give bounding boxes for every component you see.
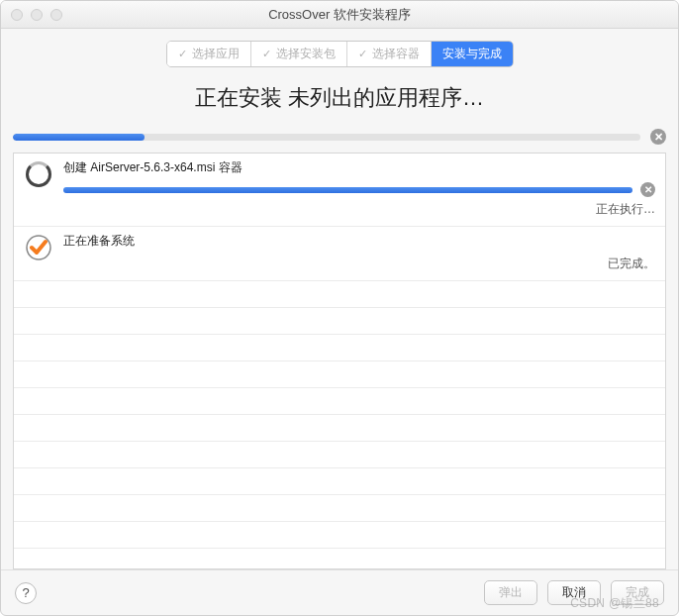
- list-row-empty: [14, 388, 665, 415]
- list-row-empty: [14, 335, 665, 361]
- checkmark-badge-icon: [26, 235, 51, 260]
- task-progress-fill: [63, 187, 632, 193]
- task-title: 创建 AirServer-5.6.3-x64.msi 容器: [63, 159, 655, 176]
- tab-label: 选择安装包: [276, 46, 336, 62]
- overall-progress-bar: [13, 134, 640, 141]
- task-progress-bar: [63, 187, 632, 193]
- check-icon: ✓: [178, 48, 187, 60]
- cancel-button[interactable]: 取消: [547, 580, 601, 605]
- eject-button: 弹出: [484, 580, 537, 605]
- task-row: 创建 AirServer-5.6.3-x64.msi 容器 ✕ 正在执行…: [14, 154, 665, 227]
- tab-label: 选择容器: [372, 46, 420, 62]
- spinner-icon: [26, 161, 51, 187]
- tab-install-finish[interactable]: 安装与完成: [432, 42, 513, 66]
- task-title: 正在准备系统: [63, 233, 655, 250]
- close-window-icon[interactable]: [11, 9, 23, 21]
- page-heading: 正在安装 未列出的应用程序…: [1, 73, 678, 129]
- check-icon: ✓: [262, 48, 271, 60]
- tab-label: 安装与完成: [442, 46, 502, 62]
- done-button: 完成: [611, 580, 664, 605]
- list-row-empty: [14, 522, 665, 549]
- list-row-empty: [14, 442, 665, 468]
- tab-label: 选择应用: [192, 46, 240, 62]
- list-row-empty: [14, 468, 665, 495]
- list-row-empty: [14, 415, 665, 442]
- minimize-window-icon[interactable]: [31, 9, 43, 21]
- list-row-empty: [14, 361, 665, 388]
- help-button[interactable]: ?: [15, 582, 37, 604]
- tab-select-package: ✓选择安装包: [251, 42, 347, 66]
- overall-progress-fill: [13, 134, 145, 141]
- list-row-empty: [14, 308, 665, 335]
- step-tabs: ✓选择应用 ✓选择安装包 ✓选择容器 安装与完成: [1, 29, 678, 73]
- list-row-empty: [14, 495, 665, 522]
- installer-window: CrossOver 软件安装程序 ✓选择应用 ✓选择安装包 ✓选择容器 安装与完…: [0, 0, 679, 616]
- task-status: 已完成。: [63, 256, 655, 272]
- tab-select-app: ✓选择应用: [167, 42, 251, 66]
- overall-progress-row: ✕: [1, 129, 678, 151]
- titlebar: CrossOver 软件安装程序: [1, 1, 678, 29]
- footer: ? 弹出 取消 完成: [1, 569, 678, 615]
- traffic-lights: [1, 9, 62, 21]
- tab-select-bottle: ✓选择容器: [347, 42, 432, 66]
- list-row-empty: [14, 549, 665, 569]
- task-list: 创建 AirServer-5.6.3-x64.msi 容器 ✕ 正在执行… 正在…: [13, 153, 666, 569]
- check-icon: ✓: [358, 48, 367, 60]
- task-row: 正在准备系统 已完成。: [14, 227, 665, 281]
- cancel-task-icon[interactable]: ✕: [640, 182, 655, 197]
- list-row-empty: [14, 281, 665, 308]
- task-status: 正在执行…: [63, 201, 655, 218]
- cancel-overall-icon[interactable]: ✕: [650, 129, 666, 145]
- window-title: CrossOver 软件安装程序: [1, 6, 678, 24]
- zoom-window-icon[interactable]: [50, 9, 62, 21]
